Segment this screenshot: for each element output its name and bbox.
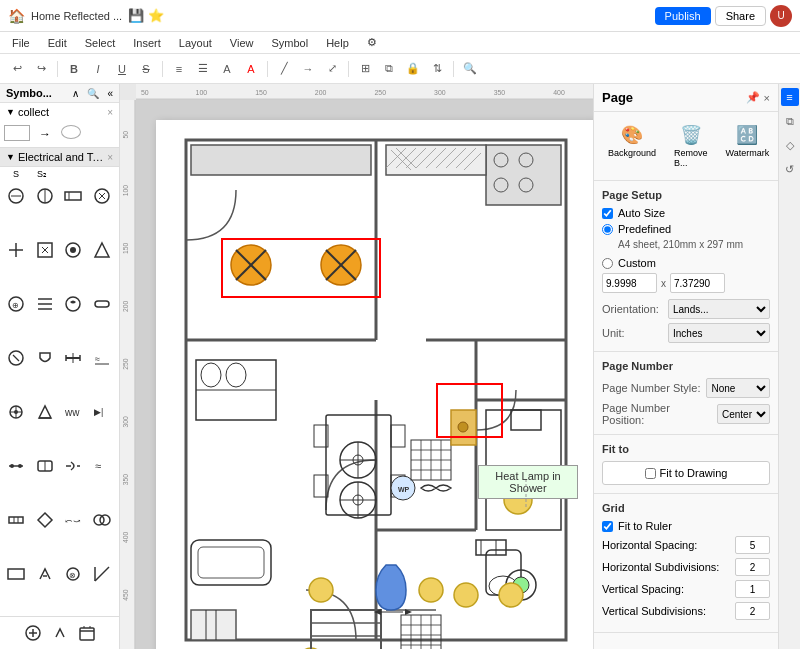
height-input[interactable] xyxy=(670,273,725,293)
sym-16[interactable]: ≈ xyxy=(90,346,114,370)
underline-button[interactable]: U xyxy=(111,58,133,80)
v-subdiv-input[interactable] xyxy=(735,602,770,620)
sym-21[interactable] xyxy=(4,454,28,478)
sym-25[interactable] xyxy=(4,508,28,532)
menu-file[interactable]: File xyxy=(4,35,38,51)
sym-20[interactable]: ▶| xyxy=(90,400,114,424)
sym-1[interactable] xyxy=(4,184,28,208)
collapse-icon[interactable]: ∧ xyxy=(72,88,79,99)
custom-radio[interactable] xyxy=(602,258,613,269)
fit-to-ruler-checkbox[interactable] xyxy=(602,521,613,532)
redo-button[interactable]: ↪ xyxy=(30,58,52,80)
arrow-shape[interactable]: → xyxy=(33,125,57,143)
collect-header[interactable]: ▼ collect × xyxy=(0,103,119,121)
sym-10[interactable] xyxy=(33,292,57,316)
sym-4[interactable] xyxy=(90,184,114,208)
sym-14[interactable] xyxy=(33,346,57,370)
orientation-select[interactable]: Lands... Portrait xyxy=(668,299,770,319)
save-icon[interactable]: 💾 xyxy=(128,8,144,23)
sym-24[interactable]: ≈ xyxy=(90,454,114,478)
lock-button[interactable]: 🔒 xyxy=(402,58,424,80)
sym-delete[interactable] xyxy=(75,621,99,645)
flip-button[interactable]: ⇅ xyxy=(426,58,448,80)
unit-select[interactable]: Inches mm cm xyxy=(668,323,770,343)
collect-close[interactable]: × xyxy=(107,107,113,118)
rect-shape[interactable] xyxy=(4,125,30,141)
menu-layout[interactable]: Layout xyxy=(171,35,220,51)
font-color-button[interactable]: A xyxy=(240,58,262,80)
canvas-area[interactable]: 50100150 200250300 350400 50 100 150 200… xyxy=(120,84,593,649)
remove-bg-button[interactable]: 🗑️ Remove B... xyxy=(668,120,714,172)
sym-29[interactable] xyxy=(4,562,28,586)
sym-13[interactable] xyxy=(4,346,28,370)
group-button[interactable]: ⧉ xyxy=(378,58,400,80)
sym-32[interactable] xyxy=(90,562,114,586)
sym-8[interactable] xyxy=(90,238,114,262)
sym-23[interactable] xyxy=(61,454,85,478)
sym-5[interactable] xyxy=(4,238,28,262)
align-left-button[interactable]: ≡ xyxy=(168,58,190,80)
arrow-button[interactable]: → xyxy=(297,58,319,80)
h-subdiv-input[interactable] xyxy=(735,558,770,576)
connect-button[interactable]: ⤢ xyxy=(321,58,343,80)
publish-button[interactable]: Publish xyxy=(655,7,711,25)
close-panel-icon[interactable]: × xyxy=(764,92,770,104)
history-icon[interactable]: ↺ xyxy=(781,160,799,178)
sym-18[interactable] xyxy=(33,400,57,424)
fit-to-drawing-button[interactable]: Fit to Drawing xyxy=(602,461,770,485)
insert-button[interactable]: ⊞ xyxy=(354,58,376,80)
pin-panel-icon[interactable]: 📌 xyxy=(746,91,760,104)
sym-2[interactable] xyxy=(33,184,57,208)
sym-add[interactable] xyxy=(21,621,45,645)
auto-size-checkbox[interactable] xyxy=(602,208,613,219)
shape4[interactable] xyxy=(90,125,114,143)
style-select[interactable]: None 1, 2, 3 I, II, III xyxy=(706,378,770,398)
sym-26[interactable] xyxy=(33,508,57,532)
sym-19[interactable]: ww xyxy=(61,400,85,424)
sym-11[interactable] xyxy=(61,292,85,316)
sym-9[interactable]: ⊕ xyxy=(4,292,28,316)
line-button[interactable]: ╱ xyxy=(273,58,295,80)
layers-icon[interactable]: ⧉ xyxy=(781,112,799,130)
sym-30[interactable] xyxy=(33,562,57,586)
sym-27[interactable]: ⤺⤻ xyxy=(61,508,85,532)
fit-checkbox[interactable] xyxy=(645,468,656,479)
undo-button[interactable]: ↩ xyxy=(6,58,28,80)
align-center-button[interactable]: ☰ xyxy=(192,58,214,80)
electrical-close[interactable]: × xyxy=(107,152,113,163)
search-button[interactable]: 🔍 xyxy=(459,58,481,80)
position-select[interactable]: Center Left Right xyxy=(717,404,770,424)
width-input[interactable] xyxy=(602,273,657,293)
sym-17[interactable] xyxy=(4,400,28,424)
ellipse-shape[interactable] xyxy=(61,125,81,139)
italic-button[interactable]: I xyxy=(87,58,109,80)
sym-move[interactable] xyxy=(48,621,72,645)
bold-button[interactable]: B xyxy=(63,58,85,80)
watermark-button[interactable]: 🔠 Watermark xyxy=(720,120,776,172)
sym-12[interactable] xyxy=(90,292,114,316)
menu-select[interactable]: Select xyxy=(77,35,124,51)
properties-icon[interactable]: ≡ xyxy=(781,88,799,106)
search-sidebar-icon[interactable]: 🔍 xyxy=(87,88,99,99)
menu-edit[interactable]: Edit xyxy=(40,35,75,51)
sym-31[interactable]: ⊗ xyxy=(61,562,85,586)
h-spacing-input[interactable] xyxy=(735,536,770,554)
sym-22[interactable] xyxy=(33,454,57,478)
pin-icon[interactable]: « xyxy=(107,88,113,99)
shape-style-icon[interactable]: ◇ xyxy=(781,136,799,154)
strikethrough-button[interactable]: S xyxy=(135,58,157,80)
menu-view[interactable]: View xyxy=(222,35,262,51)
menu-help[interactable]: Help xyxy=(318,35,357,51)
v-spacing-input[interactable] xyxy=(735,580,770,598)
menu-settings[interactable]: ⚙ xyxy=(359,34,385,51)
sym-15[interactable] xyxy=(61,346,85,370)
font-button[interactable]: A xyxy=(216,58,238,80)
electrical-header[interactable]: ▼ Electrical and Te... × xyxy=(0,148,119,167)
sym-7[interactable] xyxy=(61,238,85,262)
sym-3[interactable] xyxy=(61,184,85,208)
share-button[interactable]: Share xyxy=(715,6,766,26)
predefined-radio[interactable] xyxy=(602,224,613,235)
canvas-content[interactable]: WP xyxy=(136,100,593,649)
menu-symbol[interactable]: Symbol xyxy=(263,35,316,51)
background-button[interactable]: 🎨 Background xyxy=(602,120,662,172)
